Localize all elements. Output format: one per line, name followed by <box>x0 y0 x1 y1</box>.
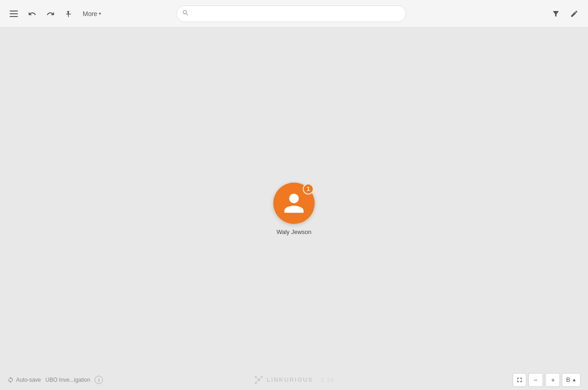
autosave-label: Auto-save <box>16 377 41 383</box>
main-toolbar: More ▾ <box>0 0 588 28</box>
fullscreen-icon <box>516 376 523 384</box>
svg-point-5 <box>261 376 263 378</box>
search-input[interactable] <box>176 6 406 22</box>
menu-button[interactable] <box>6 6 22 21</box>
layout-label: B <box>566 376 570 383</box>
filter-icon <box>551 9 560 18</box>
more-label: More <box>83 10 97 17</box>
zoom-out-button[interactable]: − <box>528 373 542 387</box>
edit-icon <box>570 9 579 18</box>
pin-button[interactable] <box>61 6 77 21</box>
svg-rect-2 <box>10 16 18 17</box>
zoom-divider <box>544 373 544 387</box>
hamburger-icon <box>9 9 18 18</box>
info-button[interactable]: i <box>95 376 103 384</box>
filter-button[interactable] <box>548 6 564 21</box>
zoom-minus-label: − <box>534 376 537 384</box>
node-circle[interactable]: 1 <box>273 183 315 224</box>
fullscreen-button[interactable] <box>513 373 526 387</box>
logo-icon <box>254 375 264 385</box>
undo-button[interactable] <box>24 6 40 21</box>
person-icon <box>282 191 306 215</box>
search-container <box>176 6 406 22</box>
svg-line-7 <box>257 378 258 379</box>
bottom-right-controls: − + B ▲ <box>513 373 581 387</box>
chevron-down-icon: ▾ <box>99 11 101 16</box>
autosave-indicator: Auto-save <box>7 377 41 383</box>
node-label: Waly Jewson <box>277 228 311 235</box>
toolbar-right <box>548 6 582 21</box>
bottom-left: Auto-save UBO Inve...igation i <box>7 376 103 384</box>
logo-area: LINKURIOUS 2.10 <box>254 375 334 385</box>
zoom-plus-label: + <box>551 376 555 384</box>
svg-rect-0 <box>10 11 18 11</box>
graph-canvas[interactable]: 1 Waly Jewson <box>0 28 588 390</box>
svg-line-9 <box>257 380 258 382</box>
redo-button[interactable] <box>42 6 59 21</box>
layout-button[interactable]: B ▲ <box>562 373 581 387</box>
autosave-icon <box>7 377 14 383</box>
graph-node[interactable]: 1 Waly Jewson <box>273 183 315 235</box>
more-button[interactable]: More ▾ <box>79 7 105 20</box>
edit-button[interactable] <box>566 6 582 21</box>
redo-icon <box>46 9 55 18</box>
node-badge: 1 <box>303 184 314 195</box>
layout-chevron-icon: ▲ <box>572 377 577 382</box>
zoom-in-button[interactable]: + <box>546 373 560 387</box>
svg-point-6 <box>255 382 257 384</box>
logo-text: LINKURIOUS 2.10 <box>266 376 334 383</box>
bottom-bar: Auto-save UBO Inve...igation i LINKURIOU… <box>0 369 588 390</box>
investigation-name: UBO Inve...igation <box>45 377 90 383</box>
svg-rect-1 <box>10 13 18 14</box>
pin-icon <box>64 9 74 18</box>
undo-icon <box>28 9 37 18</box>
svg-point-4 <box>255 376 257 378</box>
svg-line-8 <box>260 378 261 379</box>
